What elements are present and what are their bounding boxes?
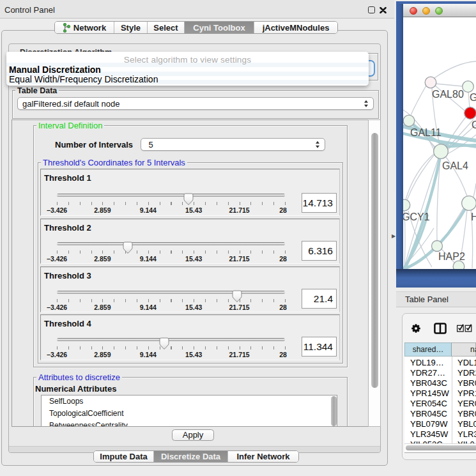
svg-text:H: H [471,211,476,222]
svg-text:GA: GA [470,92,476,103]
svg-text:GAL4: GAL4 [442,160,468,171]
svg-text:GAL80: GAL80 [432,89,464,100]
svg-text:GCY1: GCY1 [403,211,430,222]
svg-text:C: C [472,119,476,130]
svg-text:GAL11: GAL11 [410,127,441,138]
svg-text:HAP2: HAP2 [438,251,465,262]
